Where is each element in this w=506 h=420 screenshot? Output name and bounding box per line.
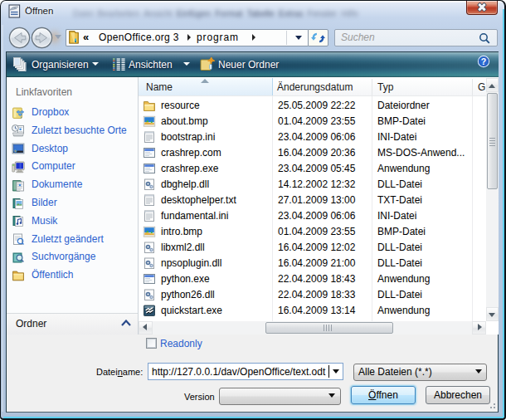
svg-text:?: ?	[481, 56, 486, 66]
